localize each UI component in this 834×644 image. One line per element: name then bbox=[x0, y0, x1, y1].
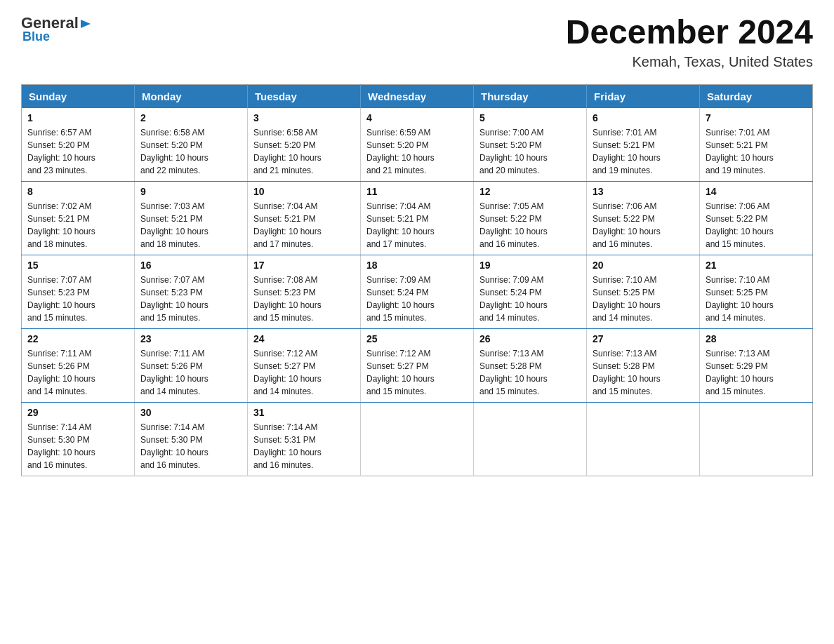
weekday-header-friday: Friday bbox=[587, 84, 700, 108]
day-info: Sunrise: 7:04 AM Sunset: 5:21 PM Dayligh… bbox=[366, 200, 468, 250]
day-info: Sunrise: 6:59 AM Sunset: 5:20 PM Dayligh… bbox=[366, 126, 468, 177]
day-info: Sunrise: 7:14 AM Sunset: 5:30 PM Dayligh… bbox=[140, 421, 241, 471]
calendar-cell: 19Sunrise: 7:09 AM Sunset: 5:24 PM Dayli… bbox=[474, 255, 587, 328]
day-info: Sunrise: 7:01 AM Sunset: 5:21 PM Dayligh… bbox=[593, 126, 694, 177]
calendar-cell: 8Sunrise: 7:02 AM Sunset: 5:21 PM Daylig… bbox=[22, 181, 135, 255]
calendar-cell: 9Sunrise: 7:03 AM Sunset: 5:21 PM Daylig… bbox=[135, 181, 248, 255]
day-number: 11 bbox=[366, 186, 468, 197]
calendar-cell: 13Sunrise: 7:06 AM Sunset: 5:22 PM Dayli… bbox=[587, 181, 700, 255]
day-info: Sunrise: 7:07 AM Sunset: 5:23 PM Dayligh… bbox=[140, 274, 241, 324]
calendar-cell: 21Sunrise: 7:10 AM Sunset: 5:25 PM Dayli… bbox=[700, 255, 813, 328]
day-number: 14 bbox=[706, 186, 807, 197]
day-number: 18 bbox=[366, 260, 468, 271]
day-info: Sunrise: 7:13 AM Sunset: 5:28 PM Dayligh… bbox=[479, 347, 581, 398]
logo-arrow bbox=[79, 14, 92, 32]
day-number: 16 bbox=[140, 260, 241, 271]
day-info: Sunrise: 7:06 AM Sunset: 5:22 PM Dayligh… bbox=[706, 200, 807, 250]
day-info: Sunrise: 7:08 AM Sunset: 5:23 PM Dayligh… bbox=[253, 274, 355, 324]
calendar-cell bbox=[361, 402, 474, 476]
calendar-cell: 17Sunrise: 7:08 AM Sunset: 5:23 PM Dayli… bbox=[248, 255, 361, 328]
calendar-cell: 23Sunrise: 7:11 AM Sunset: 5:26 PM Dayli… bbox=[135, 328, 248, 402]
day-info: Sunrise: 7:12 AM Sunset: 5:27 PM Dayligh… bbox=[366, 347, 468, 398]
week-row-5: 29Sunrise: 7:14 AM Sunset: 5:30 PM Dayli… bbox=[22, 402, 813, 476]
calendar-cell: 25Sunrise: 7:12 AM Sunset: 5:27 PM Dayli… bbox=[361, 328, 474, 402]
day-info: Sunrise: 7:00 AM Sunset: 5:20 PM Dayligh… bbox=[479, 126, 581, 177]
calendar-cell: 3Sunrise: 6:58 AM Sunset: 5:20 PM Daylig… bbox=[248, 108, 361, 182]
day-number: 26 bbox=[479, 333, 581, 344]
day-number: 31 bbox=[253, 407, 355, 418]
day-number: 15 bbox=[27, 260, 128, 271]
week-row-2: 8Sunrise: 7:02 AM Sunset: 5:21 PM Daylig… bbox=[22, 181, 813, 255]
header-area: General Blue December 2024 Kemah, Texas,… bbox=[21, 14, 813, 70]
calendar-cell: 30Sunrise: 7:14 AM Sunset: 5:30 PM Dayli… bbox=[135, 402, 248, 476]
calendar-cell: 14Sunrise: 7:06 AM Sunset: 5:22 PM Dayli… bbox=[700, 181, 813, 255]
day-info: Sunrise: 7:04 AM Sunset: 5:21 PM Dayligh… bbox=[253, 200, 355, 250]
day-info: Sunrise: 7:05 AM Sunset: 5:22 PM Dayligh… bbox=[479, 200, 581, 250]
day-number: 29 bbox=[27, 407, 128, 418]
day-info: Sunrise: 7:03 AM Sunset: 5:21 PM Dayligh… bbox=[140, 200, 241, 250]
day-number: 19 bbox=[479, 260, 581, 271]
calendar-cell: 10Sunrise: 7:04 AM Sunset: 5:21 PM Dayli… bbox=[248, 181, 361, 255]
calendar-table: SundayMondayTuesdayWednesdayThursdayFrid… bbox=[21, 84, 813, 476]
day-info: Sunrise: 6:58 AM Sunset: 5:20 PM Dayligh… bbox=[253, 126, 355, 177]
calendar-cell bbox=[587, 402, 700, 476]
week-row-3: 15Sunrise: 7:07 AM Sunset: 5:23 PM Dayli… bbox=[22, 255, 813, 328]
weekday-header-saturday: Saturday bbox=[700, 84, 813, 108]
calendar-cell: 31Sunrise: 7:14 AM Sunset: 5:31 PM Dayli… bbox=[248, 402, 361, 476]
logo-blue: Blue bbox=[22, 29, 50, 44]
calendar-cell bbox=[700, 402, 813, 476]
location-title: Kemah, Texas, United States bbox=[566, 54, 813, 70]
calendar-cell: 26Sunrise: 7:13 AM Sunset: 5:28 PM Dayli… bbox=[474, 328, 587, 402]
day-number: 5 bbox=[479, 112, 581, 123]
day-number: 8 bbox=[27, 186, 128, 197]
weekday-header-tuesday: Tuesday bbox=[248, 84, 361, 108]
calendar-cell: 7Sunrise: 7:01 AM Sunset: 5:21 PM Daylig… bbox=[700, 108, 813, 182]
weekday-header-wednesday: Wednesday bbox=[361, 84, 474, 108]
week-row-1: 1Sunrise: 6:57 AM Sunset: 5:20 PM Daylig… bbox=[22, 108, 813, 182]
day-number: 4 bbox=[366, 112, 468, 123]
calendar-cell: 29Sunrise: 7:14 AM Sunset: 5:30 PM Dayli… bbox=[22, 402, 135, 476]
calendar-cell: 16Sunrise: 7:07 AM Sunset: 5:23 PM Dayli… bbox=[135, 255, 248, 328]
calendar-cell: 20Sunrise: 7:10 AM Sunset: 5:25 PM Dayli… bbox=[587, 255, 700, 328]
day-info: Sunrise: 7:13 AM Sunset: 5:28 PM Dayligh… bbox=[593, 347, 694, 398]
day-info: Sunrise: 7:12 AM Sunset: 5:27 PM Dayligh… bbox=[253, 347, 355, 398]
calendar-cell: 4Sunrise: 6:59 AM Sunset: 5:20 PM Daylig… bbox=[361, 108, 474, 182]
day-info: Sunrise: 7:14 AM Sunset: 5:30 PM Dayligh… bbox=[27, 421, 128, 471]
weekday-header-monday: Monday bbox=[135, 84, 248, 108]
day-number: 30 bbox=[140, 407, 241, 418]
day-number: 13 bbox=[593, 186, 694, 197]
day-number: 10 bbox=[253, 186, 355, 197]
day-number: 20 bbox=[593, 260, 694, 271]
calendar-cell: 15Sunrise: 7:07 AM Sunset: 5:23 PM Dayli… bbox=[22, 255, 135, 328]
calendar-cell: 12Sunrise: 7:05 AM Sunset: 5:22 PM Dayli… bbox=[474, 181, 587, 255]
calendar-cell: 22Sunrise: 7:11 AM Sunset: 5:26 PM Dayli… bbox=[22, 328, 135, 402]
day-number: 9 bbox=[140, 186, 241, 197]
day-info: Sunrise: 7:09 AM Sunset: 5:24 PM Dayligh… bbox=[479, 274, 581, 324]
day-info: Sunrise: 7:10 AM Sunset: 5:25 PM Dayligh… bbox=[706, 274, 807, 324]
calendar-cell: 18Sunrise: 7:09 AM Sunset: 5:24 PM Dayli… bbox=[361, 255, 474, 328]
day-info: Sunrise: 6:58 AM Sunset: 5:20 PM Dayligh… bbox=[140, 126, 241, 177]
weekday-header-thursday: Thursday bbox=[474, 84, 587, 108]
weekday-header-row: SundayMondayTuesdayWednesdayThursdayFrid… bbox=[22, 84, 813, 108]
day-info: Sunrise: 6:57 AM Sunset: 5:20 PM Dayligh… bbox=[27, 126, 128, 177]
calendar-cell: 28Sunrise: 7:13 AM Sunset: 5:29 PM Dayli… bbox=[700, 328, 813, 402]
calendar-cell: 27Sunrise: 7:13 AM Sunset: 5:28 PM Dayli… bbox=[587, 328, 700, 402]
day-number: 1 bbox=[27, 112, 128, 123]
weekday-header-sunday: Sunday bbox=[22, 84, 135, 108]
day-number: 17 bbox=[253, 260, 355, 271]
day-info: Sunrise: 7:02 AM Sunset: 5:21 PM Dayligh… bbox=[27, 200, 128, 250]
day-number: 7 bbox=[706, 112, 807, 123]
day-number: 25 bbox=[366, 333, 468, 344]
day-number: 22 bbox=[27, 333, 128, 344]
week-row-4: 22Sunrise: 7:11 AM Sunset: 5:26 PM Dayli… bbox=[22, 328, 813, 402]
day-info: Sunrise: 7:07 AM Sunset: 5:23 PM Dayligh… bbox=[27, 274, 128, 324]
day-info: Sunrise: 7:01 AM Sunset: 5:21 PM Dayligh… bbox=[706, 126, 807, 177]
day-number: 23 bbox=[140, 333, 241, 344]
day-number: 6 bbox=[593, 112, 694, 123]
day-info: Sunrise: 7:10 AM Sunset: 5:25 PM Dayligh… bbox=[593, 274, 694, 324]
calendar-cell: 2Sunrise: 6:58 AM Sunset: 5:20 PM Daylig… bbox=[135, 108, 248, 182]
calendar-cell: 5Sunrise: 7:00 AM Sunset: 5:20 PM Daylig… bbox=[474, 108, 587, 182]
day-info: Sunrise: 7:06 AM Sunset: 5:22 PM Dayligh… bbox=[593, 200, 694, 250]
calendar-cell: 24Sunrise: 7:12 AM Sunset: 5:27 PM Dayli… bbox=[248, 328, 361, 402]
calendar-cell: 11Sunrise: 7:04 AM Sunset: 5:21 PM Dayli… bbox=[361, 181, 474, 255]
